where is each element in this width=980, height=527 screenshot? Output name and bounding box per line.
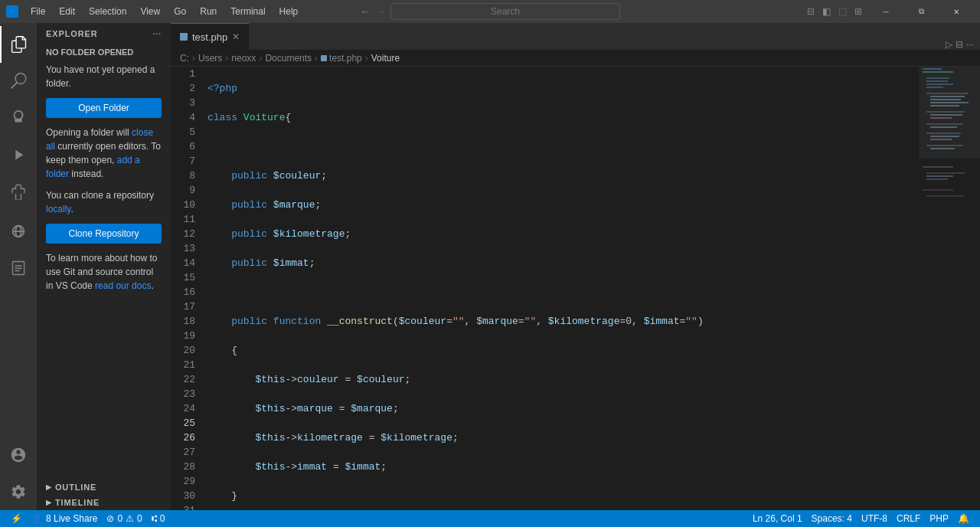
errors-count: 0 bbox=[117, 513, 122, 524]
close-all-link[interactable]: close all bbox=[46, 127, 153, 152]
no-folder-text-4: To learn more about how to use Git and s… bbox=[46, 251, 162, 293]
code-line-4: public $couleur; bbox=[207, 169, 919, 183]
activity-explorer[interactable] bbox=[0, 26, 37, 63]
split-editor-icon[interactable]: ⊟ bbox=[804, 6, 818, 17]
port-item[interactable]: ⑆ 0 bbox=[147, 510, 170, 527]
encoding-item[interactable]: UTF-8 bbox=[857, 510, 892, 527]
language-item[interactable]: PHP bbox=[925, 510, 953, 527]
split-editor-icon[interactable]: ⊟ bbox=[956, 39, 963, 50]
code-line-15: } bbox=[207, 489, 919, 503]
line-20: 20 bbox=[171, 343, 195, 358]
breadcrumb-users[interactable]: Users bbox=[198, 53, 222, 64]
activity-settings[interactable] bbox=[0, 473, 37, 510]
tab-test-php[interactable]: test.php ✕ bbox=[171, 23, 249, 50]
code-line-5: public $marque; bbox=[207, 198, 919, 212]
locally-link[interactable]: locally bbox=[46, 204, 70, 214]
line-22: 22 bbox=[171, 372, 195, 387]
open-folder-button[interactable]: Open Folder bbox=[46, 98, 162, 118]
breadcrumb-sep-3: › bbox=[259, 53, 262, 64]
line-26: 26 bbox=[171, 430, 195, 445]
tab-close-button[interactable]: ✕ bbox=[232, 31, 240, 42]
activity-run-debug[interactable] bbox=[0, 136, 37, 173]
close-button[interactable]: ✕ bbox=[939, 0, 974, 23]
toggle-primary-sidebar-icon[interactable]: ◧ bbox=[819, 6, 834, 17]
menu-view[interactable]: View bbox=[134, 3, 166, 20]
activity-remote-explorer[interactable] bbox=[0, 213, 37, 250]
sidebar-header-icons[interactable]: ··· bbox=[152, 29, 162, 38]
breadcrumb-voiture[interactable]: Voiture bbox=[371, 53, 400, 64]
minimap bbox=[919, 67, 980, 510]
line-16: 16 bbox=[171, 285, 195, 300]
status-bar-left: ⚡ 👤 8 Live Share ⊘ 0 ⚠ 0 ⑆ 0 bbox=[6, 510, 169, 527]
tab-filename: test.php bbox=[192, 31, 227, 43]
line-30: 30 bbox=[171, 489, 195, 503]
status-bar-right: Ln 26, Col 1 Spaces: 4 UTF-8 CRLF PHP 🔔 bbox=[748, 510, 974, 527]
errors-item[interactable]: ⊘ 0 ⚠ 0 bbox=[102, 510, 146, 527]
cursor-position: Ln 26, Col 1 bbox=[753, 513, 802, 524]
activity-search[interactable] bbox=[0, 63, 37, 100]
line-ending-label: CRLF bbox=[897, 513, 920, 524]
line-12: 12 bbox=[171, 227, 195, 241]
code-line-13: $this->kilometrage = $kilometrage; bbox=[207, 430, 919, 445]
activity-testing[interactable] bbox=[0, 250, 37, 286]
sidebar: EXPLORER ··· NO FOLDER OPENED You have n… bbox=[37, 23, 171, 510]
editor-toolbar: ▷ ⊟ ··· bbox=[939, 39, 980, 50]
title-bar-center: ← → bbox=[360, 3, 620, 20]
title-bar-left: File Edit Selection View Go Run Terminal… bbox=[6, 3, 304, 20]
live-share-item[interactable]: 👤 8 Live Share bbox=[27, 510, 102, 527]
line-10: 10 bbox=[171, 198, 195, 212]
line-29: 29 bbox=[171, 474, 195, 489]
php-file-icon bbox=[180, 33, 188, 41]
activity-accounts[interactable] bbox=[0, 437, 37, 473]
bell-icon: 🔔 bbox=[958, 513, 969, 524]
line-ending-item[interactable]: CRLF bbox=[892, 510, 925, 527]
activity-extensions[interactable] bbox=[0, 173, 37, 210]
menu-terminal[interactable]: Terminal bbox=[224, 3, 271, 20]
bell-item[interactable]: 🔔 bbox=[953, 510, 974, 527]
breadcrumb-documents[interactable]: Documents bbox=[265, 53, 312, 64]
toggle-panel-icon[interactable]: ⬚ bbox=[835, 6, 850, 17]
sidebar-title: EXPLORER bbox=[46, 29, 98, 38]
outline-label: OUTLINE bbox=[55, 483, 96, 492]
run-file-icon[interactable]: ▷ bbox=[946, 39, 952, 50]
breadcrumb-testphp[interactable]: test.php bbox=[321, 53, 362, 64]
activity-source-control[interactable] bbox=[0, 100, 37, 136]
spaces-item[interactable]: Spaces: 4 bbox=[807, 510, 857, 527]
remote-icon-item[interactable]: ⚡ bbox=[6, 510, 27, 527]
breadcrumb: C: › Users › neoxx › Documents › test.ph… bbox=[171, 50, 980, 67]
breadcrumb-c[interactable]: C: bbox=[180, 53, 189, 64]
breadcrumb-neoxx[interactable]: neoxx bbox=[231, 53, 256, 64]
search-input[interactable] bbox=[390, 3, 620, 20]
clone-repository-button[interactable]: Clone Repository bbox=[46, 224, 162, 244]
code-line-14: $this->immat = $immat; bbox=[207, 460, 919, 474]
menu-run[interactable]: Run bbox=[194, 3, 223, 20]
read-docs-link[interactable]: read our docs bbox=[95, 280, 151, 291]
cursor-position-item[interactable]: Ln 26, Col 1 bbox=[748, 510, 807, 527]
line-3: 3 bbox=[171, 96, 195, 110]
menu-file[interactable]: File bbox=[24, 3, 51, 20]
more-actions-icon[interactable]: ··· bbox=[966, 39, 974, 50]
outline-arrow-icon: ▶ bbox=[46, 483, 52, 491]
nav-forward-button[interactable]: → bbox=[375, 5, 386, 18]
activity-bar bbox=[0, 23, 37, 510]
code-editor: 1 2 3 4 5 6 7 8 9 10 11 12 13 14 15 16 1… bbox=[171, 67, 980, 510]
customize-layout-icon[interactable]: ⊞ bbox=[851, 6, 865, 17]
minimize-button[interactable]: ─ bbox=[868, 0, 903, 23]
warning-icon: ⚠ bbox=[126, 513, 134, 524]
language-label: PHP bbox=[929, 513, 949, 524]
code-line-6: public $kilometrage; bbox=[207, 227, 919, 241]
no-folder-text-2: Opening a folder will close all currentl… bbox=[46, 126, 162, 181]
line-31: 31 bbox=[171, 503, 195, 510]
restore-button[interactable]: ⧉ bbox=[903, 0, 939, 23]
line-25: 25 bbox=[171, 416, 195, 430]
menu-edit[interactable]: Edit bbox=[53, 3, 81, 20]
menu-go[interactable]: Go bbox=[168, 3, 192, 20]
breadcrumb-sep-4: › bbox=[315, 53, 318, 64]
menu-selection[interactable]: Selection bbox=[83, 3, 132, 20]
outline-section[interactable]: ▶ OUTLINE bbox=[37, 480, 171, 495]
add-folder-link[interactable]: add a folder bbox=[46, 155, 140, 179]
timeline-section[interactable]: ▶ TIMELINE bbox=[37, 495, 171, 510]
code-content[interactable]: <?php class Voiture{ public $couleur; pu… bbox=[201, 67, 919, 510]
nav-back-button[interactable]: ← bbox=[360, 5, 371, 18]
menu-help[interactable]: Help bbox=[273, 3, 305, 20]
